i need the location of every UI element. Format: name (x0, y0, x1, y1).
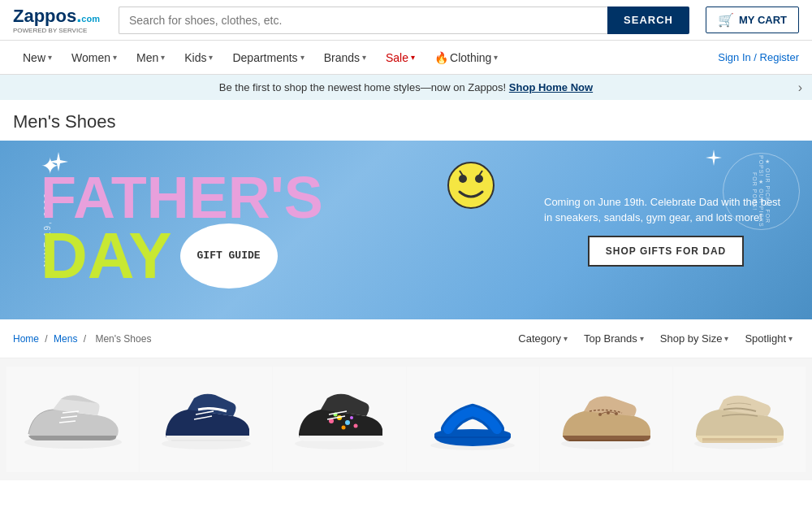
product-card-2[interactable] (140, 367, 272, 472)
product-image-4 (415, 375, 531, 464)
product-image-1 (15, 375, 131, 464)
product-image-6 (681, 375, 797, 464)
svg-point-18 (350, 416, 353, 419)
sparkle-top-right-icon (705, 149, 723, 169)
announcement-bar: Be the first to shop the newest home sty… (0, 75, 812, 100)
nav-label-departments: Departments (232, 51, 297, 64)
filter-shop-by-size[interactable]: Shop by Size ▾ (654, 329, 736, 348)
nav-item-brands[interactable]: Brands ▾ (314, 41, 376, 74)
page-title-area: Men's Shoes (0, 100, 812, 141)
chevron-down-icon: ▾ (411, 53, 415, 62)
banner-day-text: DAY (41, 223, 172, 289)
chevron-down-icon: ▾ (724, 334, 728, 343)
svg-point-17 (341, 426, 345, 430)
breadcrumb-mens[interactable]: Mens (54, 333, 77, 345)
smiley-icon (447, 161, 495, 212)
product-card-6[interactable] (673, 367, 806, 472)
chevron-down-icon: ▾ (161, 53, 165, 62)
banner-right: Coming on June 19th. Celebrate Dad with … (520, 178, 812, 283)
svg-point-19 (353, 424, 357, 428)
banner-day-row: DAY GIFT GUIDE (41, 223, 520, 289)
logo[interactable]: Zappos.com POWERED BY SERVICE (13, 6, 100, 34)
search-button[interactable]: SEARCH (607, 7, 689, 34)
nav-label-kids: Kids (184, 51, 206, 64)
banner-description: Coming on June 19th. Celebrate Dad with … (544, 194, 788, 226)
nav-item-clothing[interactable]: 🔥 Clothing ▾ (425, 41, 508, 74)
nav-item-sale[interactable]: Sale ▾ (376, 41, 425, 74)
logo-tagline: POWERED BY SERVICE (13, 27, 100, 34)
header: Zappos.com POWERED BY SERVICE SEARCH 🛒 M… (0, 0, 812, 41)
nav-label-men: Men (136, 51, 158, 64)
nav-label-women: Women (71, 51, 110, 64)
nav-label-new: New (23, 51, 45, 64)
filter-shop-by-size-label: Shop by Size (660, 332, 723, 345)
nav-label-clothing: Clothing (450, 51, 491, 64)
promotional-banner: JUNE 19, 2022 ✦ FATHER'S DAY GIFT GUIDE … (0, 141, 812, 319)
filter-top-brands-label: Top Brands (584, 332, 637, 345)
nav-item-kids[interactable]: Kids ▾ (175, 41, 222, 74)
chevron-down-icon: ▾ (564, 334, 568, 343)
announcement-link[interactable]: Shop Home Now (509, 81, 593, 93)
svg-point-15 (345, 420, 350, 425)
filter-category-label: Category (518, 332, 561, 345)
svg-point-2 (475, 175, 483, 183)
filter-spotlight[interactable]: Spotlight ▾ (738, 329, 799, 348)
chevron-down-icon: ▾ (209, 53, 213, 62)
chevron-down-icon: ▾ (300, 53, 304, 62)
product-card-1[interactable] (6, 367, 139, 472)
chevron-down-icon: ▾ (788, 334, 793, 343)
nav-item-departments[interactable]: Departments ▾ (222, 41, 313, 74)
cart-icon: 🛒 (718, 12, 734, 28)
filter-top-brands[interactable]: Top Brands ▾ (577, 329, 650, 348)
breadcrumb-separator: / (45, 333, 50, 345)
announcement-text: Be the first to shop the newest home sty… (219, 81, 506, 93)
gift-guide-bubble: GIFT GUIDE (180, 223, 278, 289)
chevron-down-icon: ▾ (640, 334, 644, 343)
product-image-2 (148, 375, 264, 464)
sign-in-link[interactable]: Sign In / Register (718, 51, 799, 63)
shop-gifts-button[interactable]: SHOP GIFTS FOR DAD (588, 236, 744, 267)
product-image-3 (281, 375, 397, 464)
product-card-5[interactable] (540, 367, 672, 472)
main-nav: New ▾ Women ▾ Men ▾ Kids ▾ Departments ▾… (0, 41, 812, 75)
nav-label-brands: Brands (324, 51, 360, 64)
logo-area: Zappos.com POWERED BY SERVICE (13, 6, 102, 34)
product-grid (0, 358, 812, 480)
product-image-5 (548, 375, 664, 464)
product-card-4[interactable] (407, 367, 539, 472)
svg-point-1 (459, 175, 467, 183)
breadcrumb: Home / Mens / Men's Shoes (13, 333, 154, 345)
filter-row: Category ▾ Top Brands ▾ Shop by Size ▾ S… (512, 329, 799, 348)
chevron-down-icon: ▾ (494, 53, 498, 62)
breadcrumb-home[interactable]: Home (13, 333, 39, 345)
chevron-down-icon: ▾ (362, 53, 366, 62)
banner-left: FATHER'S DAY GIFT GUIDE (0, 155, 520, 306)
breadcrumb-separator: / (84, 333, 89, 345)
svg-point-0 (448, 163, 494, 208)
product-card-3[interactable] (273, 367, 405, 472)
filter-category[interactable]: Category ▾ (512, 329, 574, 348)
cart-button[interactable]: 🛒 MY CART (706, 7, 799, 33)
search-input[interactable] (119, 7, 607, 34)
gift-guide-text: GIFT GUIDE (197, 249, 261, 263)
search-area: SEARCH (119, 7, 689, 34)
nav-item-women[interactable]: Women ▾ (62, 41, 127, 74)
cart-label: MY CART (739, 14, 787, 26)
nav-label-sale: Sale (386, 51, 408, 64)
breadcrumb-current: Men's Shoes (95, 333, 151, 345)
chevron-down-icon: ▾ (113, 53, 117, 62)
nav-item-men[interactable]: Men ▾ (127, 41, 175, 74)
breadcrumb-bar: Home / Mens / Men's Shoes Category ▾ Top… (0, 319, 812, 358)
page-title: Men's Shoes (13, 111, 799, 132)
filter-spotlight-label: Spotlight (745, 332, 786, 345)
chevron-down-icon: ▾ (48, 53, 52, 62)
fire-icon: 🔥 (434, 51, 448, 64)
nav-item-new[interactable]: New ▾ (13, 41, 62, 74)
chevron-right-icon: › (798, 80, 802, 95)
